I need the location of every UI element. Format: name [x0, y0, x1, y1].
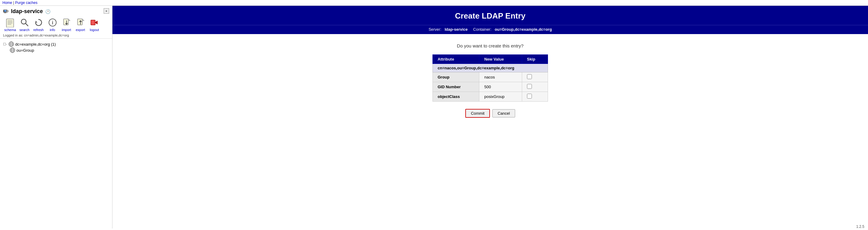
schema-icon: [5, 17, 16, 28]
cancel-button[interactable]: Cancel: [492, 109, 515, 117]
svg-rect-3: [4, 13, 6, 13]
svg-rect-27: [91, 20, 95, 25]
clock-icon: 🕐: [45, 9, 51, 14]
attr-objectclass-skip: [522, 92, 548, 102]
skip-checkbox-group[interactable]: [527, 74, 532, 79]
home-link[interactable]: Home: [2, 1, 12, 5]
top-bar: Home | Purge caches: [0, 0, 868, 6]
panel-title: Create LDAP Entry: [455, 11, 525, 20]
toolbar-search[interactable]: search: [18, 17, 31, 32]
import-label: import: [62, 28, 71, 32]
server-icon: [3, 9, 8, 14]
tree-area: ☐- dc=example,dc=org (1): [0, 39, 112, 228]
skip-checkbox-gid[interactable]: [527, 84, 532, 89]
header-new-value: New Value: [479, 55, 522, 64]
toolbar-import[interactable]: import: [60, 17, 73, 32]
toolbar-logout[interactable]: logout: [88, 17, 101, 32]
toolbar-export[interactable]: export: [74, 17, 87, 32]
tree-child-item[interactable]: ou=Group: [10, 47, 109, 53]
panel-subheader: Server: ldap-service Container: ou=Group…: [113, 25, 868, 34]
skip-checkbox-objectclass[interactable]: [527, 94, 532, 98]
tree-child-icon: [10, 48, 15, 53]
server-value: ldap-service: [445, 27, 468, 32]
table-dn-row: cn=nacos,ou=Group,dc=example,dc=org: [433, 64, 548, 73]
logout-label: logout: [90, 28, 99, 32]
create-question: Do you want to create this entry?: [457, 43, 523, 48]
import-icon: [61, 17, 72, 28]
tree-root-item[interactable]: ☐- dc=example,dc=org (1): [3, 41, 109, 47]
version-label: 1.2.5: [855, 223, 866, 230]
purge-caches-link[interactable]: Purge caches: [15, 1, 37, 5]
logged-in-info: Logged in as: cn=admin,dc=example,dc=org: [3, 33, 109, 37]
container-label: Container:: [473, 27, 491, 32]
attr-gid-value: 500: [479, 82, 522, 92]
info-label: info: [50, 28, 55, 32]
tree-children: ou=Group: [10, 47, 109, 53]
tree-toggle-root[interactable]: ☐-: [3, 42, 7, 46]
server-label: Server:: [429, 27, 441, 32]
svg-line-15: [26, 23, 28, 26]
toolbar-info[interactable]: i info: [46, 17, 59, 32]
logout-icon: [89, 17, 100, 28]
right-panel: Create LDAP Entry Server: ldap-service C…: [113, 6, 868, 228]
table-row: GID Number 500: [433, 82, 548, 92]
svg-rect-1: [4, 10, 6, 11]
tree-child-label: ou=Group: [17, 48, 34, 53]
dn-value: cn=nacos,ou=Group,dc=example,dc=org: [433, 64, 548, 73]
search-icon: [19, 17, 30, 28]
main-layout: ldap-service 🕐: [0, 6, 868, 228]
svg-rect-2: [5, 12, 6, 13]
tree-root-icon: [8, 41, 14, 47]
svg-marker-24: [82, 19, 84, 21]
toolbar-schema[interactable]: schema: [3, 17, 17, 32]
svg-text:i: i: [52, 20, 53, 25]
table-row: Group nacos: [433, 73, 548, 82]
container-value: ou=Group,dc=example,dc=org: [495, 27, 552, 32]
info-icon: i: [47, 17, 58, 28]
export-label: export: [76, 28, 85, 32]
attr-objectclass-value: posixGroup: [479, 92, 522, 102]
sidebar-header-wrap: ldap-service 🕐: [3, 8, 109, 37]
attr-group-value: nacos: [479, 73, 522, 82]
attr-group-skip: [522, 73, 548, 82]
tree-expand-button[interactable]: +: [104, 8, 109, 14]
export-icon: [75, 17, 86, 28]
table-row: objectClass posixGroup: [433, 92, 548, 102]
toolbar-refresh[interactable]: refresh: [32, 17, 45, 32]
sidebar-header: ldap-service 🕐: [0, 6, 112, 39]
table-header-row: Attribute New Value Skip: [433, 55, 548, 64]
search-label: search: [20, 28, 29, 32]
button-row: Commit Cancel: [465, 109, 515, 118]
attr-gid-skip: [522, 82, 548, 92]
svg-marker-20: [68, 19, 70, 21]
commit-button[interactable]: Commit: [465, 109, 490, 118]
entry-table: Attribute New Value Skip cn=nacos,ou=Gro…: [432, 54, 548, 102]
server-title: ldap-service 🕐: [3, 8, 109, 15]
attr-objectclass-label: objectClass: [433, 92, 479, 102]
header-skip: Skip: [522, 55, 548, 64]
toolbar: schema search: [3, 17, 109, 32]
attr-gid-label: GID Number: [433, 82, 479, 92]
header-attribute: Attribute: [433, 55, 479, 64]
server-name-label: ldap-service: [11, 8, 43, 15]
refresh-icon: [33, 17, 44, 28]
tree-root-label: dc=example,dc=org (1): [15, 42, 56, 47]
panel-body: Do you want to create this entry? Attrib…: [113, 34, 868, 228]
sidebar: ldap-service 🕐: [0, 6, 113, 228]
schema-label: schema: [4, 28, 16, 32]
svg-marker-16: [36, 21, 37, 23]
attr-group-label: Group: [433, 73, 479, 82]
panel-header: Create LDAP Entry: [113, 6, 868, 25]
refresh-label: refresh: [33, 28, 43, 32]
